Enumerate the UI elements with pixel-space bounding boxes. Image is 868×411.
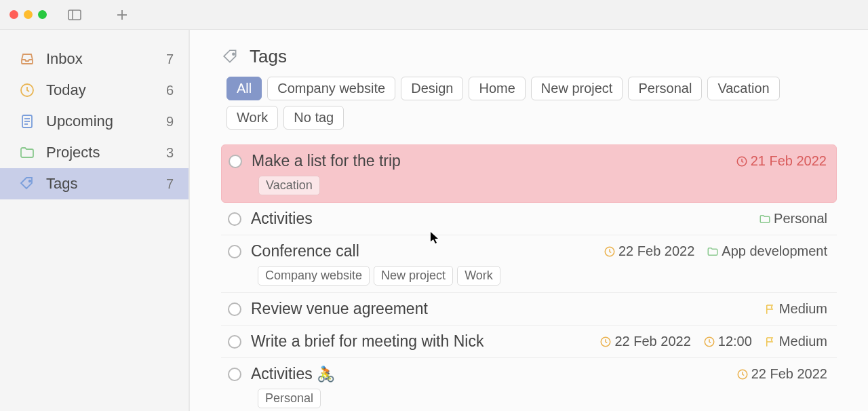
tag-filter-no-tag[interactable]: No tag — [283, 106, 344, 130]
task-row[interactable]: ActivitiesPersonal — [221, 203, 837, 235]
page-title: Tags — [250, 46, 287, 67]
main-content: Tags AllCompany websiteDesignHomeNew pro… — [190, 30, 868, 411]
sidebar-item-count: 7 — [166, 52, 174, 67]
task-title: Review venue agreement — [251, 300, 755, 318]
sidebar-item-count: 3 — [166, 145, 174, 161]
sidebar-item-label: Today — [46, 81, 155, 99]
tag-filter-company-website[interactable]: Company website — [267, 77, 395, 100]
task-meta: 22 Feb 2022 — [736, 366, 827, 382]
task-list: Make a list for the trip21 Feb 2022Vacat… — [221, 144, 837, 411]
task-tag[interactable]: Work — [457, 266, 500, 286]
task-title: Activities 🚴 — [251, 365, 727, 383]
task-row[interactable]: Activities 🚴22 Feb 2022Personal — [221, 358, 837, 411]
upcoming-icon — [19, 113, 35, 130]
tag-filter-work[interactable]: Work — [226, 106, 278, 130]
task-date: 22 Feb 2022 — [736, 366, 827, 382]
titlebar — [0, 0, 868, 30]
task-meta: Medium — [764, 301, 827, 317]
task-row[interactable]: Write a brief for meeting with Nick22 Fe… — [221, 326, 837, 358]
task-time: 12:00 — [703, 334, 752, 349]
task-checkbox[interactable] — [229, 155, 242, 168]
task-meta: 22 Feb 2022App development — [604, 243, 827, 259]
task-row[interactable]: Make a list for the trip21 Feb 2022Vacat… — [221, 144, 837, 203]
sidebar-item-label: Inbox — [46, 50, 155, 68]
tag-filter-personal[interactable]: Personal — [628, 77, 702, 100]
task-title: Write a brief for meeting with Nick — [251, 332, 590, 351]
task-checkbox[interactable] — [228, 335, 241, 349]
window-maximize-button[interactable] — [38, 10, 47, 19]
task-tags: Personal — [258, 389, 827, 408]
sidebar-item-today[interactable]: Today6 — [0, 75, 189, 106]
task-row[interactable]: Review venue agreementMedium — [221, 293, 837, 326]
sidebar-item-inbox[interactable]: Inbox7 — [0, 43, 189, 75]
tags-icon — [19, 176, 35, 192]
task-tag[interactable]: Vacation — [258, 176, 320, 195]
sidebar-item-count: 7 — [166, 176, 174, 192]
task-title: Conference call — [251, 242, 594, 260]
window-minimize-button[interactable] — [24, 10, 33, 19]
task-priority: Medium — [764, 301, 827, 317]
task-date: 21 Feb 2022 — [736, 153, 827, 169]
task-checkbox[interactable] — [228, 368, 241, 381]
toggle-sidebar-button[interactable] — [64, 5, 85, 25]
new-item-button[interactable] — [112, 5, 132, 25]
window-controls — [9, 10, 47, 19]
tag-filter-vacation[interactable]: Vacation — [707, 77, 779, 100]
tag-filter-design[interactable]: Design — [401, 77, 463, 100]
sidebar-item-count: 9 — [166, 114, 174, 130]
svg-rect-0 — [68, 10, 81, 20]
task-date: 22 Feb 2022 — [604, 243, 694, 259]
window-close-button[interactable] — [9, 10, 18, 19]
task-meta: 21 Feb 2022 — [736, 153, 827, 169]
sidebar-item-label: Projects — [46, 144, 155, 161]
svg-point-10 — [233, 53, 235, 55]
projects-icon — [19, 144, 35, 161]
tag-icon — [221, 47, 240, 66]
task-tags: Vacation — [258, 176, 827, 195]
task-meta: 22 Feb 202212:00Medium — [599, 334, 827, 349]
today-icon — [19, 82, 35, 98]
task-tags: Company websiteNew projectWork — [258, 266, 827, 286]
sidebar-item-label: Upcoming — [46, 113, 155, 130]
task-folder: App development — [707, 243, 827, 259]
tag-filter-new-project[interactable]: New project — [531, 77, 623, 100]
task-date: 22 Feb 2022 — [599, 334, 690, 349]
tag-filter-row: AllCompany websiteDesignHomeNew projectP… — [221, 77, 837, 130]
task-emoji: 🚴 — [317, 366, 335, 383]
sidebar-item-label: Tags — [46, 175, 155, 193]
svg-point-9 — [29, 180, 31, 182]
task-row[interactable]: Conference call22 Feb 2022App developmen… — [221, 235, 837, 293]
sidebar-item-tags[interactable]: Tags7 — [0, 168, 189, 199]
page-header: Tags — [221, 46, 837, 67]
task-priority: Medium — [764, 334, 827, 349]
sidebar-item-upcoming[interactable]: Upcoming9 — [0, 106, 189, 137]
inbox-icon — [19, 51, 35, 67]
sidebar-item-count: 6 — [166, 83, 174, 98]
task-checkbox[interactable] — [228, 302, 241, 316]
tag-filter-home[interactable]: Home — [469, 77, 525, 100]
sidebar: Inbox7Today6Upcoming9Projects3Tags7 — [0, 30, 190, 411]
tag-filter-all[interactable]: All — [226, 77, 262, 100]
task-folder: Personal — [759, 211, 827, 227]
task-tag[interactable]: Company website — [258, 266, 370, 286]
sidebar-item-projects[interactable]: Projects3 — [0, 137, 189, 168]
task-tag[interactable]: New project — [374, 266, 453, 286]
task-title: Activities — [251, 210, 749, 228]
task-title: Make a list for the trip — [252, 152, 726, 170]
task-tag[interactable]: Personal — [258, 389, 321, 408]
task-meta: Personal — [759, 211, 827, 227]
task-checkbox[interactable] — [228, 212, 241, 226]
task-checkbox[interactable] — [228, 245, 241, 258]
